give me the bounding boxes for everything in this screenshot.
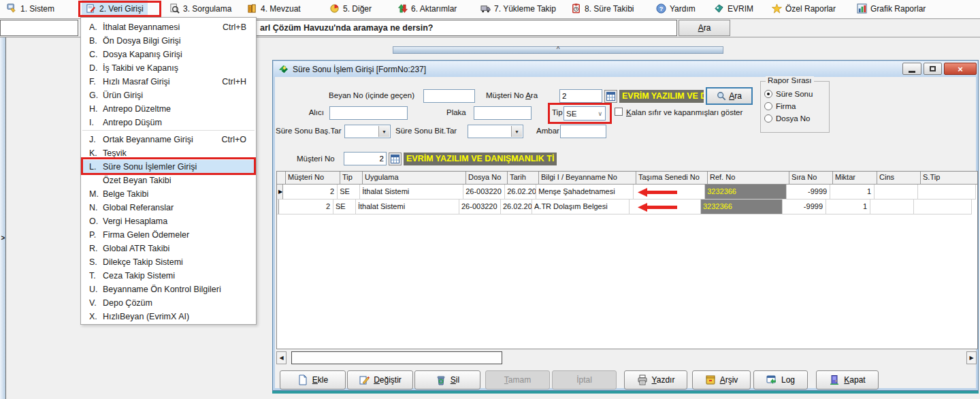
- menu-item-1[interactable]: 1. Sistem: [3, 0, 59, 17]
- radio-sure-sonu[interactable]: Süre Sonu: [764, 90, 813, 98]
- search-ara-button[interactable]: Ara: [679, 20, 730, 36]
- alici-input[interactable]: [329, 106, 408, 120]
- menu-item-7[interactable]: 7. Yükleme Takip: [476, 0, 560, 17]
- dropdown-item[interactable]: A.İthalat BeyannamesiCtrl+B: [81, 20, 256, 34]
- grid-cell[interactable]: SE: [338, 185, 360, 200]
- dialog-ara-button[interactable]: Ara: [706, 87, 753, 105]
- scroll-right-button[interactable]: ▶: [966, 351, 977, 364]
- grid-cell[interactable]: 26.02.202: [505, 185, 536, 200]
- dropdown-item[interactable]: C.Dosya Kapanış Girişi: [81, 48, 256, 61]
- collapse-handle[interactable]: ^: [393, 46, 723, 54]
- grid-cell[interactable]: [630, 200, 701, 214]
- grid-cell[interactable]: -9999: [787, 185, 830, 200]
- dropdown-item[interactable]: V.Depo Çözüm: [81, 296, 256, 310]
- kapat-button[interactable]: Kapat: [816, 370, 879, 389]
- dropdown-item[interactable]: O.Vergi Hesaplama: [81, 214, 256, 228]
- maximize-button[interactable]: [924, 63, 942, 75]
- beyan-no-input[interactable]: [423, 89, 475, 103]
- grid-cell[interactable]: 26-003220: [463, 185, 505, 200]
- grid-cell[interactable]: 2: [283, 185, 338, 200]
- bit-tar-dropdown[interactable]: ▼: [468, 125, 523, 138]
- sil-button[interactable]: Sil: [414, 370, 480, 389]
- dropdown-item[interactable]: D.İş Takibi ve Kapanış: [81, 61, 256, 75]
- radio-dosya-no[interactable]: Dosya No: [764, 114, 811, 123]
- menu-item-6[interactable]: 6. Aktarımlar: [393, 0, 461, 17]
- musteri-no-lookup-button[interactable]: [389, 153, 402, 165]
- grid-cell[interactable]: [870, 200, 914, 214]
- scroll-left-button[interactable]: ◀: [276, 351, 287, 364]
- dropdown-item[interactable]: G.Ürün Girişi: [81, 89, 256, 102]
- toolbar-side-input[interactable]: [0, 20, 78, 36]
- dropdown-item[interactable]: I.Antrepo Düşüm: [81, 116, 256, 129]
- dropdown-item[interactable]: S.Dilekçe Takip Sistemi: [81, 255, 256, 269]
- bas-tar-dropdown[interactable]: ▼: [344, 125, 391, 138]
- menu-item-9[interactable]: ?Yardım: [652, 0, 700, 17]
- musteri-no-input[interactable]: [344, 152, 387, 165]
- menu-item-8[interactable]: 8. Süre Takibi: [567, 0, 638, 17]
- menu-item-label: Yardım: [670, 4, 696, 14]
- grid-cell[interactable]: [875, 185, 918, 200]
- button-label-rest: Log: [781, 375, 795, 385]
- grid-cell[interactable]: -9999: [783, 200, 826, 214]
- dropdown-item[interactable]: L.Süre Sonu İşlemler Girişi: [81, 160, 256, 174]
- menu-item-5[interactable]: 5. Diğer: [325, 0, 376, 17]
- grid-cell[interactable]: 26.02.202: [501, 200, 532, 214]
- grid-cell[interactable]: 2: [279, 200, 333, 214]
- dropdown-item[interactable]: K.Teşvik: [81, 146, 256, 160]
- dropdown-item[interactable]: M.Belge Takibi: [81, 187, 256, 201]
- menu-item-3[interactable]: 3. Sorgulama: [165, 0, 235, 17]
- dropdown-item[interactable]: F.Hızlı Masraf GirişiCtrl+H: [81, 75, 256, 89]
- dropdown-item[interactable]: B.Ön Dosya Bilgi Girişi: [81, 34, 256, 48]
- close-button[interactable]: ×: [944, 63, 977, 75]
- dropdown-item[interactable]: H.Antrepo Düzeltme: [81, 102, 256, 116]
- panel-expander-icon[interactable]: >: [0, 234, 6, 242]
- grid-cell[interactable]: 26-003220: [459, 200, 501, 214]
- scrollbar-thumb[interactable]: [291, 351, 502, 364]
- grid-cell[interactable]: [918, 185, 976, 200]
- row-selector-cell[interactable]: ▶: [277, 185, 283, 200]
- tip-dropdown[interactable]: SE∨: [564, 106, 606, 121]
- kalan-checkbox[interactable]: [615, 108, 623, 116]
- arsiv-button[interactable]: Arşiv: [692, 370, 751, 389]
- menu-item-12[interactable]: Grafik Raporlar: [853, 0, 930, 17]
- grid-cell[interactable]: İthalat Sistemi: [360, 185, 463, 200]
- table-row[interactable]: ▶2SEİthalat Sistemi26-00322026.02.202Men…: [277, 185, 977, 200]
- dropdown-item[interactable]: U.Beyanname Ön Kontrol Bilgileri: [81, 283, 256, 296]
- menu-item-label: 1. Sistem: [20, 4, 54, 14]
- menu-item-11[interactable]: Özel Raporlar: [768, 0, 840, 17]
- dropdown-item[interactable]: Özet Beyan Takibi: [81, 174, 256, 187]
- dropdown-item[interactable]: N.Global Referanslar: [81, 201, 256, 214]
- log-button[interactable]: Log: [753, 370, 808, 389]
- dropdown-item-letter: C.: [81, 50, 99, 59]
- grid-cell[interactable]: SE: [333, 200, 356, 214]
- plaka-input[interactable]: [474, 106, 532, 120]
- grid-cell[interactable]: [634, 185, 705, 200]
- degistir-button[interactable]: Değiştir: [347, 370, 413, 389]
- grid-cell[interactable]: [914, 200, 972, 214]
- ambar-input[interactable]: [560, 125, 606, 138]
- grid-cell[interactable]: 3232366: [701, 200, 783, 214]
- ekle-button[interactable]: Ekle: [280, 370, 346, 389]
- minimize-button[interactable]: [902, 63, 921, 75]
- grid-header-cell: Uygulama: [363, 172, 466, 185]
- scroll-left-icon: ◀: [279, 355, 283, 361]
- grid-cell[interactable]: 3232366: [705, 185, 787, 200]
- radio-firma[interactable]: Firma: [764, 102, 796, 110]
- yazdir-button[interactable]: Yazdır: [624, 370, 687, 389]
- menu-item-2[interactable]: 2. Veri Girişi: [82, 0, 148, 17]
- menu-item-10[interactable]: EVRIM: [710, 0, 757, 17]
- grid-cell[interactable]: 1: [826, 200, 870, 214]
- grid-cell[interactable]: İthalat Sistemi: [356, 200, 459, 214]
- dropdown-item[interactable]: X.HızlıBeyan (EvrimX AI): [81, 310, 256, 323]
- grid-cell[interactable]: 1: [830, 185, 875, 200]
- dropdown-item[interactable]: R.Global ATR Takibi: [81, 242, 256, 255]
- grid-cell[interactable]: Menşe Şahadetnamesi: [536, 185, 634, 200]
- menu-item-4[interactable]: 4. Mevzuat: [243, 0, 305, 17]
- dropdown-item[interactable]: P.Firma Gelen Ödemeler: [81, 228, 256, 242]
- table-row[interactable]: 2SEİthalat Sistemi26-00322026.02.202A.TR…: [277, 200, 977, 214]
- dropdown-item[interactable]: J.Ortak Beyanname GirişiCtrl+O: [81, 133, 256, 146]
- grid-cell[interactable]: A.TR Dolaşım Belgesi: [532, 200, 630, 214]
- dropdown-item[interactable]: T.Ceza Takip Sistemi: [81, 269, 256, 283]
- musteri-lookup-button[interactable]: [604, 90, 617, 103]
- musteri-no-ara-input[interactable]: [559, 89, 602, 103]
